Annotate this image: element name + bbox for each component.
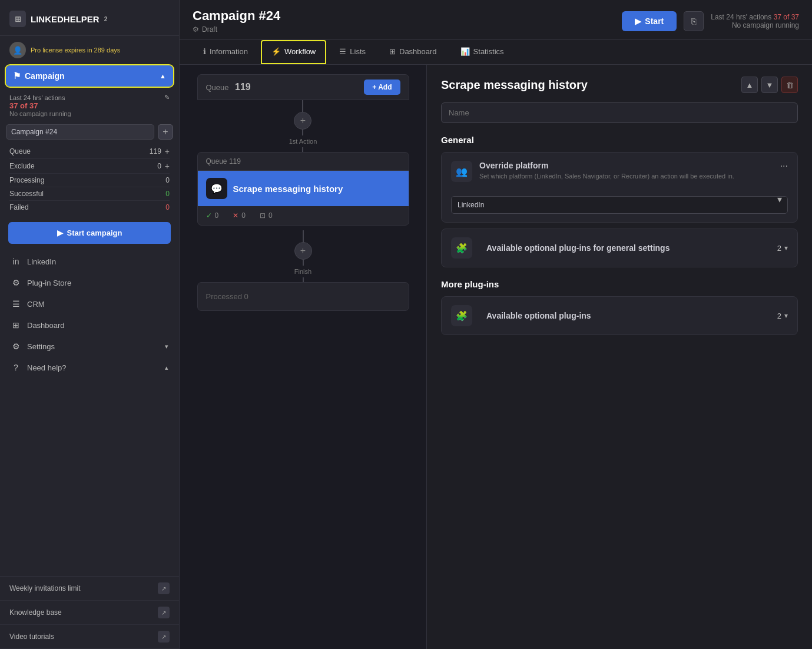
override-platform-desc: Set which platform (LinkedIn, Sales Navi… — [479, 172, 780, 181]
sidebar-item-plugin-store[interactable]: ⚙ Plug-in Store — [0, 272, 179, 293]
main-header: Campaign #24 ⚙ Draft ▶ Start ⎘ Last 24 h… — [180, 0, 812, 40]
add-node-1[interactable]: + — [294, 112, 311, 130]
queue-add[interactable]: + — [165, 147, 170, 156]
video-tutorials-icon: ↗ — [158, 631, 170, 643]
panel-controls: ▲ ▼ 🗑 — [741, 77, 798, 93]
metric-exclude: Exclude 0 + — [9, 159, 170, 174]
footer-knowledge-base[interactable]: Knowledge base ↗ — [0, 601, 179, 625]
stats-edit-icon[interactable]: ✎ — [164, 94, 170, 101]
more-plugins-count[interactable]: 2 ▾ — [777, 312, 788, 320]
scrape-icon: 💬 — [211, 183, 223, 194]
campaign-section[interactable]: ⚑ Campaign ▲ — [6, 65, 173, 87]
metric-failed: Failed 0 — [9, 201, 170, 214]
connector-line-4 — [303, 230, 304, 242]
footer-weekly-invitations[interactable]: Weekly invitations limit ↗ — [0, 577, 179, 601]
finish-section: + Finish Processed 0 — [197, 230, 409, 311]
campaign-label: ⚑ Campaign — [13, 71, 65, 81]
sidebar-item-crm[interactable]: ☰ CRM — [0, 293, 179, 314]
video-tutorials-label: Video tutorials — [9, 633, 54, 641]
more-plugins-label: Available optional plug-ins — [486, 311, 591, 320]
panel-collapse-button[interactable]: ▲ — [741, 77, 758, 93]
campaign-select[interactable]: Campaign #24 — [6, 124, 154, 140]
sidebar-item-settings[interactable]: ⚙ Settings ▾ — [0, 336, 179, 357]
settings-icon: ⚙ — [11, 341, 21, 352]
header-actions-value: 37 of 37 — [774, 13, 799, 21]
exclude-add[interactable]: + — [165, 161, 170, 171]
plugin-store-icon: ⚙ — [11, 277, 21, 288]
information-icon: ℹ — [203, 47, 206, 56]
panel-title: Scrape messaging history — [441, 78, 588, 92]
copy-button[interactable]: ⎘ — [684, 11, 704, 31]
draft-icon: ⚙ — [193, 25, 199, 34]
sidebar-item-dashboard-label: Dashboard — [27, 321, 65, 330]
tab-bar: ℹ Information ⚡ Workflow ☰ Lists ⊞ Dashb… — [180, 40, 812, 65]
panel-delete-button[interactable]: 🗑 — [781, 77, 798, 93]
override-platform-more-button[interactable]: ··· — [780, 161, 788, 171]
action-queue-num: 119 — [229, 157, 241, 165]
more-plugins-expand-icon[interactable]: ▾ — [784, 312, 788, 320]
header-right: ▶ Start ⎘ Last 24 hrs' actions 37 of 37 … — [622, 11, 799, 31]
stat-fail-val: 0 — [241, 211, 246, 220]
stats-sub: No campaign running — [9, 110, 170, 117]
stat-fail: ✕ 0 — [233, 211, 246, 220]
more-plugins-section: More plug-ins 🧩 Available optional plug-… — [441, 279, 798, 335]
action-icon: 💬 — [206, 178, 227, 199]
queue-label-group: Queue 119 — [206, 82, 251, 92]
start-campaign-button[interactable]: ▶ Start campaign — [8, 222, 171, 244]
right-panel: Scrape messaging history ▲ ▼ 🗑 General 👥… — [427, 65, 812, 649]
avatar: 👤 — [9, 42, 26, 58]
tab-dashboard[interactable]: ⊞ Dashboard — [379, 40, 448, 64]
platform-select[interactable]: LinkedIn Sales Navigator Recruiter — [451, 196, 788, 214]
campaign-title: Campaign #24 — [193, 8, 280, 24]
more-plugins-card: 🧩 Available optional plug-ins 2 ▾ — [441, 296, 798, 335]
campaign-draft-label: Draft — [202, 25, 217, 34]
app-superscript: 2 — [104, 16, 108, 22]
sidebar-item-need-help-label: Need help? — [27, 363, 67, 372]
campaign-chevron[interactable]: ▲ — [160, 72, 166, 80]
tab-statistics[interactable]: 📊 Statistics — [450, 40, 515, 64]
header-actions-label: Last 24 hrs' actions 37 of 37 — [711, 13, 799, 21]
add-node-2[interactable]: + — [294, 242, 312, 260]
optional-plugins-count[interactable]: 2 ▾ — [777, 244, 788, 253]
copy-icon: ⎘ — [691, 16, 696, 26]
tab-lists[interactable]: ☰ Lists — [329, 40, 376, 64]
finish-label: Finish — [294, 268, 311, 275]
step1-label: 1st Action — [289, 138, 317, 145]
override-platform-name: Override platform — [479, 161, 780, 170]
add-campaign-button[interactable]: + — [158, 124, 173, 140]
sidebar-metrics: Queue 119 + Exclude 0 + Processing 0 Suc… — [0, 143, 179, 217]
header-start-label: Start — [645, 16, 664, 26]
footer-video-tutorials[interactable]: Video tutorials ↗ — [0, 625, 179, 649]
metric-queue: Queue 119 + — [9, 144, 170, 159]
action-arrow — [407, 180, 409, 197]
metric-successful: Successful 0 — [9, 187, 170, 201]
optional-expand-icon[interactable]: ▾ — [784, 244, 788, 252]
sidebar-item-linkedin[interactable]: in LinkedIn — [0, 251, 179, 272]
override-platform-header: 👥 Override platform Set which platform (… — [451, 161, 788, 182]
tab-workflow-label: Workflow — [284, 47, 316, 56]
optional-plugins-label: Available optional plug-ins for general … — [486, 243, 670, 253]
more-plugins-icon: 🧩 — [451, 305, 472, 326]
sidebar-item-dashboard[interactable]: ⊞ Dashboard — [0, 314, 179, 336]
optional-plugins-general-card: 🧩 Available optional plug-ins for genera… — [441, 229, 798, 267]
processed-label: Processed — [206, 292, 242, 301]
override-platform-card: 👥 Override platform Set which platform (… — [441, 152, 798, 223]
settings-chevron: ▾ — [165, 343, 168, 350]
action-name-input[interactable] — [441, 102, 798, 123]
panel-expand-button[interactable]: ▼ — [761, 77, 778, 93]
header-start-button[interactable]: ▶ Start — [622, 11, 677, 31]
more-plugins-heading: More plug-ins — [441, 279, 798, 289]
connector-line-2 — [302, 130, 303, 135]
start-campaign-label: Start campaign — [67, 229, 122, 237]
platform-select-wrapper: LinkedIn Sales Navigator Recruiter — [451, 189, 788, 214]
sidebar-nav: in LinkedIn ⚙ Plug-in Store ☰ CRM ⊞ Dash… — [0, 249, 179, 380]
sidebar-item-need-help[interactable]: ? Need help? ▴ — [0, 357, 179, 378]
tab-information[interactable]: ℹ Information — [193, 40, 258, 64]
processed-card: Processed 0 — [197, 282, 409, 311]
play-icon: ▶ — [57, 229, 63, 237]
tab-workflow[interactable]: ⚡ Workflow — [261, 40, 326, 64]
add-action-button[interactable]: + Add — [364, 80, 400, 95]
action-card-main[interactable]: 💬 Scrape messaging history — [198, 171, 409, 206]
stat-skip: ⊡ 0 — [260, 211, 273, 220]
general-heading: General — [441, 135, 798, 145]
